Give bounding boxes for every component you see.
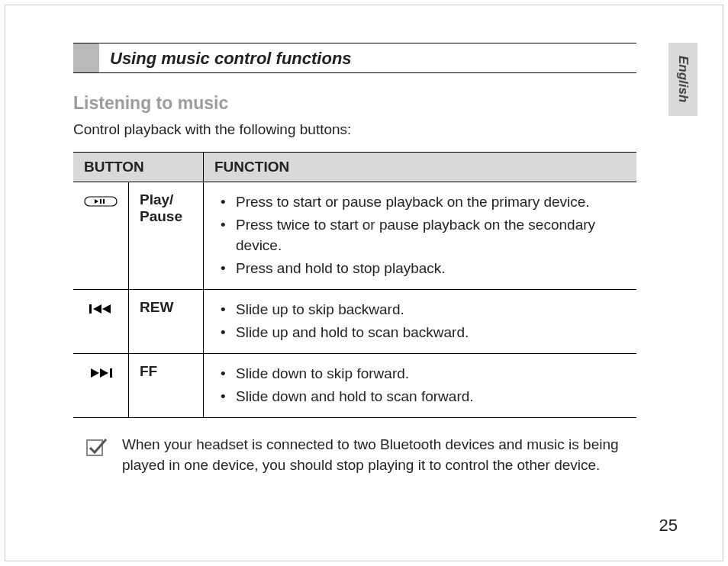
svg-marker-6 <box>102 304 111 314</box>
note-text: When your headset is connected to two Bl… <box>122 435 636 475</box>
table-row: Play/ Pause Press to start or pause play… <box>73 182 636 290</box>
svg-marker-8 <box>100 368 108 378</box>
page-number: 25 <box>659 516 678 535</box>
sub-heading: Listening to music <box>73 93 636 114</box>
function-item: Press and hold to stop playback. <box>217 258 626 279</box>
function-item: Slide down to skip forward. <box>217 363 626 384</box>
svg-rect-4 <box>89 304 92 314</box>
section-header: Using music control functions <box>73 43 636 73</box>
section-marker <box>73 43 99 72</box>
function-item: Slide up to skip backward. <box>217 299 626 320</box>
icon-cell <box>73 354 129 418</box>
intro-text: Control playback with the following butt… <box>73 121 636 138</box>
play-pause-button-icon <box>84 195 118 208</box>
checkmark-icon <box>85 436 108 475</box>
icon-cell <box>73 290 129 354</box>
icon-cell <box>73 182 129 290</box>
table-header-function: FUNCTION <box>204 153 637 182</box>
table-row: FF Slide down to skip forward. Slide dow… <box>73 354 636 418</box>
button-label: FF <box>129 354 204 418</box>
function-item: Slide up and hold to scan backward. <box>217 322 626 343</box>
rewind-icon <box>88 303 114 315</box>
button-label: Play/ Pause <box>129 182 204 290</box>
svg-rect-3 <box>103 199 105 204</box>
function-item: Slide down and hold to scan forward. <box>217 386 626 407</box>
fast-forward-icon <box>88 367 114 379</box>
function-item: Press twice to start or pause playback o… <box>217 214 626 256</box>
function-cell: Press to start or pause playback on the … <box>204 182 637 290</box>
table-row: REW Slide up to skip backward. Slide up … <box>73 290 636 354</box>
svg-marker-7 <box>91 368 99 378</box>
table-header-button: BUTTON <box>73 153 204 182</box>
button-function-table: BUTTON FUNCTION Play/ Pause Press to sta… <box>73 152 636 418</box>
svg-marker-1 <box>95 199 98 204</box>
button-label: REW <box>129 290 204 354</box>
note-block: When your headset is connected to two Bl… <box>73 435 636 475</box>
language-label: English <box>675 56 691 102</box>
svg-rect-2 <box>100 199 101 204</box>
svg-rect-9 <box>110 368 112 378</box>
function-item: Press to start or pause playback on the … <box>217 191 626 213</box>
function-cell: Slide down to skip forward. Slide down a… <box>204 354 637 418</box>
function-cell: Slide up to skip backward. Slide up and … <box>204 290 637 354</box>
language-tab: English <box>668 43 697 116</box>
section-title: Using music control functions <box>110 43 352 72</box>
svg-marker-5 <box>93 304 101 314</box>
